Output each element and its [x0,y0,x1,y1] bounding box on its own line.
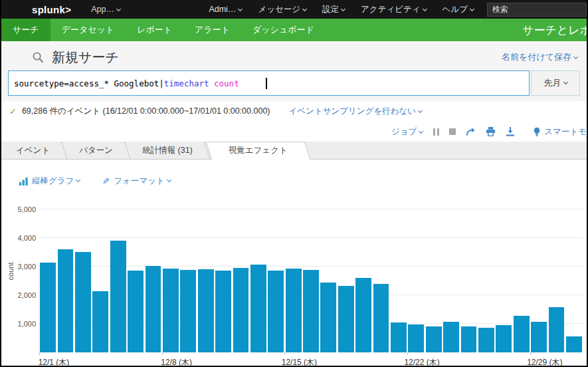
format-menu[interactable]: ✎ フォーマット [102,176,170,187]
chevron-down-icon [238,7,243,11]
tab-visualization[interactable]: 視覚エフェクト [207,142,309,159]
event-count-text: 69,286 件のイベント (16/12/01 0:00:00.000~17/0… [22,106,270,117]
chart-bar-12/10[interactable] [198,269,214,352]
viz-controls: 縦棒グラフ ✎ フォーマット [1,160,587,187]
y-axis-title: count [7,257,15,286]
chart-plot [39,199,583,352]
search-icon [32,51,45,64]
share-button[interactable] [466,127,476,136]
chevron-down-icon [573,55,578,59]
timechart: 1,0002,0003,0004,0005,000 count 12/1 (木)… [1,199,587,367]
chevron-down-icon [563,79,567,84]
chart-bar-12/2[interactable] [58,249,74,352]
job-controls-row: ジョブ スマートモ [1,122,587,142]
chart-bar-12/23[interactable] [426,326,442,352]
menu-admin[interactable]: Admi… [201,5,250,14]
nav-item-dashboards[interactable]: ダッシュボード [241,19,326,41]
y-tick-label: 5,000 [17,205,36,213]
search-header: 新規サーチ 名前を付けて保存 sourcetype=access_* Googl… [1,41,587,101]
chevron-down-icon [423,6,427,11]
query-command-token: timechart [164,78,209,88]
nav-item-alerts[interactable]: アラート [183,19,241,41]
pencil-icon: ✎ [102,176,110,186]
chart-type-picker[interactable]: 縦棒グラフ [19,176,80,187]
menu-messages[interactable]: メッセージ [250,4,314,15]
x-tick-label: 12/8 (木) [137,357,217,367]
chart-bar-12/11[interactable] [215,271,231,352]
app-menu[interactable]: App… [91,5,120,14]
app-window: splunk> App… Admi… メッセージ 設定 アクティビティ ヘルプ … [0,0,588,367]
chart-bar-12/17[interactable] [320,283,336,352]
chart-bar-12/30[interactable] [549,307,565,352]
tab-events[interactable]: イベント [1,142,64,159]
time-range-picker[interactable]: 先月 [531,70,580,96]
chart-bar-12/3[interactable] [75,252,91,352]
nav-item-datasets[interactable]: データセット [50,19,126,41]
chart-bar-12/21[interactable] [391,322,407,352]
gridline [39,237,583,238]
chevron-down-icon [116,7,121,11]
pause-button[interactable] [433,128,439,136]
nav-item-reports[interactable]: レポート [126,19,183,41]
query-function-token: count [209,78,239,88]
page-title: 新規サーチ [52,49,119,66]
chart-bar-12/24[interactable] [443,322,459,352]
save-as-link[interactable]: 名前を付けて保存 [502,51,577,63]
chart-bar-12/5[interactable] [110,241,126,352]
menu-help[interactable]: ヘルプ [435,4,482,15]
app-nav-bar: サーチ データセット レポート アラート ダッシュボード サーチとレポート [1,19,587,41]
search-query-input[interactable]: sourcetype=access_* Googlebot|timechart … [8,70,530,96]
chart-bar-12/9[interactable] [180,270,196,352]
success-check-icon: ✓ [9,106,17,116]
tab-statistics[interactable]: 統計情報 (31) [128,142,207,159]
chart-bar-12/1[interactable] [40,263,56,352]
job-menu[interactable]: ジョブ [391,126,423,138]
chart-bar-12/29[interactable] [531,322,547,352]
chart-bar-12/18[interactable] [338,286,354,352]
menu-activity[interactable]: アクティビティ [353,4,435,15]
search-mode-selector[interactable]: スマートモ [533,126,587,138]
tab-patterns[interactable]: パターン [64,142,128,159]
print-button[interactable] [486,127,496,136]
app-title: サーチとレポート [522,24,587,37]
chart-bar-12/14[interactable] [268,271,284,352]
chart-bar-12/26[interactable] [478,328,494,352]
chart-bar-12/8[interactable] [163,269,179,352]
chart-bar-12/27[interactable] [496,325,512,352]
x-tick-label: 12/15 (木) [259,357,339,367]
column-chart-icon [19,178,28,185]
stop-button[interactable] [449,128,456,135]
chart-bar-12/19[interactable] [355,278,371,352]
chart-bar-12/31[interactable] [566,336,582,353]
top-bar-menus: Admi… メッセージ 設定 アクティビティ ヘルプ [201,3,587,17]
y-tick-label: 4,000 [17,234,36,242]
chart-bar-12/15[interactable] [286,269,302,352]
chart-bar-12/28[interactable] [514,316,530,352]
chart-bar-12/7[interactable] [146,266,161,352]
app-title-clip: サーチとレポート [522,23,587,38]
result-status-row: ✓ 69,286 件のイベント (16/12/01 0:00:00.000~17… [1,101,587,122]
y-tick-label: 2,000 [17,291,36,299]
result-tabs: イベント パターン 統計情報 (31) 視覚エフェクト [1,142,587,160]
nav-item-search[interactable]: サーチ [1,19,50,41]
global-search-input[interactable] [487,3,587,17]
y-tick-label: 1,000 [17,320,36,328]
chart-bar-12/6[interactable] [128,271,144,352]
chart-bar-12/13[interactable] [250,265,266,352]
chart-bar-12/22[interactable] [408,324,424,352]
menu-settings[interactable]: 設定 [314,4,353,15]
chart-bar-12/20[interactable] [373,284,389,352]
chart-bar-12/25[interactable] [461,326,477,352]
chart-bar-12/4[interactable] [92,291,108,352]
chevron-down-icon [341,6,345,11]
y-tick-label: 3,000 [17,263,36,271]
chart-x-axis: 12/1 (木)12/8 (木)12/15 (木)12/22 (木)12/29 … [39,352,583,367]
text-cursor [266,78,267,89]
event-sampling-link[interactable]: イベントサンプリングを行わない [289,106,423,117]
gridline [39,209,583,209]
x-tick-label: 12/29 (木) [505,357,585,367]
chevron-down-icon [418,108,423,113]
chart-bar-12/16[interactable] [303,270,319,352]
export-button[interactable] [506,127,515,136]
chart-bar-12/12[interactable] [233,268,249,352]
